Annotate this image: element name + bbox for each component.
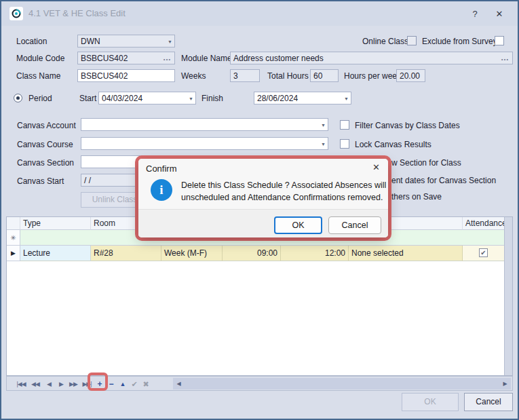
cell-finish-time[interactable]: 12:00 [281,246,349,261]
finish-label: Finish [201,94,223,103]
title-bar: 4.1 VET & HE Class Edit ? ✕ [1,1,518,26]
new-row-marker: ✳ [7,230,20,246]
total-hours-value: 60 [313,71,322,81]
delete-button-highlight [88,373,108,391]
hours-per-week-label: Hours per week [344,71,401,81]
confirm-dialog-title: Confirm [146,164,177,174]
module-code-field[interactable]: BSBCUS402 … [77,52,175,64]
weeks-field[interactable]: 3 [230,69,260,82]
online-class-label: Online Class [362,37,408,46]
finish-date-dropdown[interactable]: 28/06/2024 ▼ [254,92,351,104]
hours-per-week-value: 20.00 [400,71,420,81]
canvas-account-dropdown[interactable]: ▼ [81,118,328,131]
current-row-marker: ▶ [7,246,20,261]
app-icon [9,7,23,20]
nav-prior-page-button[interactable]: ◀◀ [29,379,41,389]
grid-horizontal-scrollbar[interactable]: ◀ ▶ [173,378,511,389]
module-name-value: Address customer needs [233,54,324,63]
module-code-label: Module Code [16,54,64,63]
lock-canvas-checkbox[interactable] [340,139,349,149]
filter-canvas-checkbox[interactable] [340,120,349,130]
exclude-survey-checkbox[interactable] [495,36,504,45]
nav-next-button[interactable]: ▶ [55,379,67,389]
module-name-field[interactable]: Address customer needs … [230,52,513,64]
confirm-message-line1: Delete this Class Schedule ? Associated … [181,180,388,190]
period-radio[interactable] [14,94,22,102]
location-label: Location [16,37,47,46]
exclude-survey-label: Exclude from Survey [422,37,497,46]
weeks-value: 3 [233,71,238,81]
cell-location[interactable]: None selected [349,246,463,261]
info-icon: i [151,179,172,201]
ok-button[interactable]: OK [402,393,459,411]
cell-start-time[interactable]: 09:00 [223,246,281,261]
confirm-ok-button[interactable]: OK [274,216,322,234]
total-hours-label: Total Hours [267,71,309,81]
canvas-account-label: Canvas Account [17,121,76,130]
chevron-down-icon: ▼ [168,39,172,44]
chevron-down-icon: ▼ [321,123,326,128]
grid-header-marker [7,217,20,230]
canvas-course-dropdown[interactable]: ▼ [81,137,328,150]
total-hours-field[interactable]: 60 [310,69,339,82]
location-value: DWN [81,37,100,46]
weeks-label: Weeks [181,71,206,81]
nav-next-page-button[interactable]: ▶▶ [67,379,79,389]
nav-edit-button[interactable]: ▲ [117,379,129,389]
window-title: 4.1 VET & HE Class Edit [28,8,126,18]
confirm-footer: OK Cancel [138,209,388,237]
confirm-close-icon[interactable]: ✕ [372,162,380,172]
period-label: Period [28,94,52,103]
confirm-dialog: Confirm ✕ i Delete this Class Schedule ?… [138,159,388,237]
chevron-down-icon: ▼ [344,96,349,101]
record-navigator: |◀◀ ◀◀ ◀ ▶ ▶▶ ▶▶| + − ▲ ✔ ✖ ◀ ▶ [6,376,513,391]
help-button[interactable]: ? [467,7,482,21]
close-button[interactable]: ✕ [492,7,507,21]
nav-first-button[interactable]: |◀◀ [15,379,27,389]
module-code-value: BSBCUS402 [81,54,128,63]
grid-header-attendance[interactable]: Attendance [463,217,505,230]
class-edit-window: 4.1 VET & HE Class Edit ? ✕ Location DWN… [0,0,519,420]
scroll-left-icon[interactable]: ◀ [173,378,185,389]
others-on-save-label-fragment: thers on Save [391,192,442,202]
lookup-ellipsis-icon[interactable]: … [501,53,510,62]
class-name-input[interactable]: BSBCUS402 [77,69,175,82]
nav-prior-button[interactable]: ◀ [43,379,55,389]
canvas-start-value: / / [84,176,91,185]
confirm-message-line2: unscheduled and Attendance Confirmations… [181,193,383,202]
cancel-button[interactable]: Cancel [464,393,513,411]
canvas-course-label: Canvas Course [17,140,73,149]
new-section-label-fragment: w Section for Class [391,158,461,168]
module-name-label: Module Name [181,54,232,63]
start-date-dropdown[interactable]: 04/03/2024 ▼ [98,92,196,104]
nav-cancel-button[interactable]: ✖ [140,379,152,389]
lock-canvas-label: Lock Canvas Results [355,140,431,149]
nav-post-button[interactable]: ✔ [128,379,140,389]
cell-type[interactable]: Lecture [20,246,91,261]
filter-canvas-label: Filter Canvas by Class Dates [355,121,460,130]
grid-header-type[interactable]: Type [20,217,91,230]
start-date-value: 04/03/2024 [102,94,142,103]
class-name-value: BSBCUS402 [81,71,128,81]
hours-per-week-field[interactable]: 20.00 [396,69,425,82]
scroll-right-icon[interactable]: ▶ [499,378,511,389]
cell-days[interactable]: Week (M-F) [161,246,223,261]
enrolment-dates-label-fragment: ent dates for Canvas Section [391,176,496,185]
confirm-dialog-highlight: Confirm ✕ i Delete this Class Schedule ?… [135,155,391,241]
confirm-cancel-button[interactable]: Cancel [328,216,381,234]
canvas-section-label: Canvas Section [17,158,74,168]
lookup-ellipsis-icon[interactable]: … [163,53,172,62]
canvas-start-label: Canvas Start [17,176,64,186]
start-label: Start [79,94,96,103]
chevron-down-icon: ▼ [321,142,326,147]
chevron-down-icon: ▼ [189,96,193,101]
finish-date-value: 28/06/2024 [257,94,298,103]
cell-attendance[interactable]: ✔ [463,246,505,261]
class-name-label: Class Name [16,71,60,81]
grid-vertical-scrollbar[interactable] [504,217,512,375]
attendance-checkbox[interactable]: ✔ [479,248,488,257]
online-class-checkbox[interactable] [407,36,417,45]
location-dropdown[interactable]: DWN ▼ [77,35,175,47]
cell-room[interactable]: R#28 [91,246,161,261]
